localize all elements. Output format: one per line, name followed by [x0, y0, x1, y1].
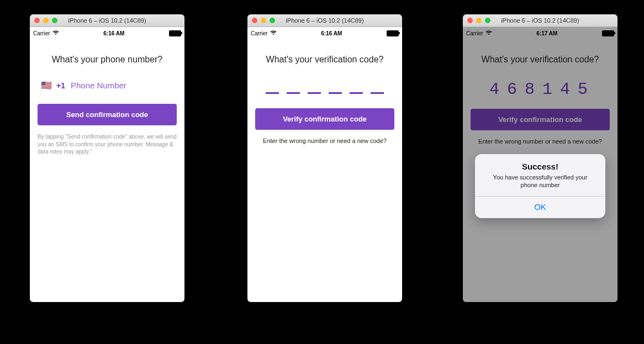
- minimize-icon[interactable]: [261, 18, 266, 23]
- code-digit-slot[interactable]: [329, 80, 342, 94]
- window-traffic-lights: [252, 18, 275, 23]
- code-digit-slot[interactable]: [371, 80, 384, 94]
- clock-label: 6:16 AM: [103, 30, 124, 36]
- carrier-label: Carrier: [251, 30, 268, 36]
- country-flag-icon[interactable]: 🇺🇸: [41, 80, 52, 91]
- phone-screen: Carrier 6:16 AM What's your verification…: [247, 27, 402, 302]
- carrier-label: Carrier: [33, 30, 50, 36]
- minimize-icon[interactable]: [476, 18, 482, 23]
- verify-code-button[interactable]: Verify confirmation code: [255, 108, 394, 130]
- simulator-window-2: iPhone 6 – iOS 10.2 (14C89) Carrier 6:16…: [247, 14, 402, 302]
- window-traffic-lights: [467, 18, 490, 23]
- phone-screen: Carrier 6:16 AM What's your phone number…: [30, 27, 184, 302]
- window-titlebar[interactable]: iPhone 6 – iOS 10.2 (14C89): [247, 14, 402, 27]
- wifi-icon: [52, 30, 59, 36]
- code-digit-slot[interactable]: [350, 80, 363, 94]
- disclaimer-text: By tapping "Send confirmation code" abov…: [38, 133, 177, 156]
- window-traffic-lights: [34, 18, 57, 23]
- clock-label: 6:16 AM: [321, 30, 342, 36]
- simulator-window-3: iPhone 6 – iOS 10.2 (14C89) Carrier 6:17…: [463, 14, 617, 302]
- close-icon[interactable]: [467, 18, 473, 23]
- success-alert: Success! You have successfully verified …: [475, 154, 605, 218]
- alert-ok-button[interactable]: OK: [475, 197, 605, 218]
- code-digit-slot[interactable]: [308, 80, 321, 94]
- close-icon[interactable]: [34, 18, 40, 23]
- resend-code-link[interactable]: Enter the wrong number or need a new cod…: [255, 137, 394, 144]
- verification-code-input[interactable]: [261, 80, 389, 94]
- zoom-icon[interactable]: [52, 18, 57, 23]
- phone-number-input[interactable]: [70, 80, 177, 91]
- alert-message: You have successfully verified your phon…: [485, 173, 595, 189]
- zoom-icon[interactable]: [270, 18, 275, 23]
- wifi-icon: [270, 30, 277, 36]
- page-heading: What's your verification code?: [255, 55, 394, 65]
- page-heading: What's your phone number?: [38, 55, 177, 65]
- battery-icon: [169, 30, 181, 36]
- zoom-icon[interactable]: [485, 18, 490, 23]
- battery-icon: [387, 30, 399, 36]
- dial-code-label[interactable]: +1: [56, 81, 65, 90]
- window-titlebar[interactable]: iPhone 6 – iOS 10.2 (14C89): [463, 14, 617, 27]
- simulator-window-1: iPhone 6 – iOS 10.2 (14C89) Carrier 6:16…: [30, 14, 184, 302]
- send-code-button[interactable]: Send confirmation code: [38, 104, 177, 125]
- code-digit-slot[interactable]: [266, 80, 279, 94]
- status-bar: Carrier 6:16 AM: [30, 27, 184, 38]
- window-titlebar[interactable]: iPhone 6 – iOS 10.2 (14C89): [30, 14, 184, 27]
- alert-title: Success!: [482, 162, 599, 171]
- close-icon[interactable]: [252, 18, 257, 23]
- status-bar: Carrier 6:16 AM: [247, 27, 402, 38]
- phone-screen: Carrier 6:17 AM What's your verification…: [463, 27, 617, 302]
- code-digit-slot[interactable]: [287, 80, 300, 94]
- phone-input-row: 🇺🇸 +1: [38, 80, 177, 94]
- minimize-icon[interactable]: [43, 18, 49, 23]
